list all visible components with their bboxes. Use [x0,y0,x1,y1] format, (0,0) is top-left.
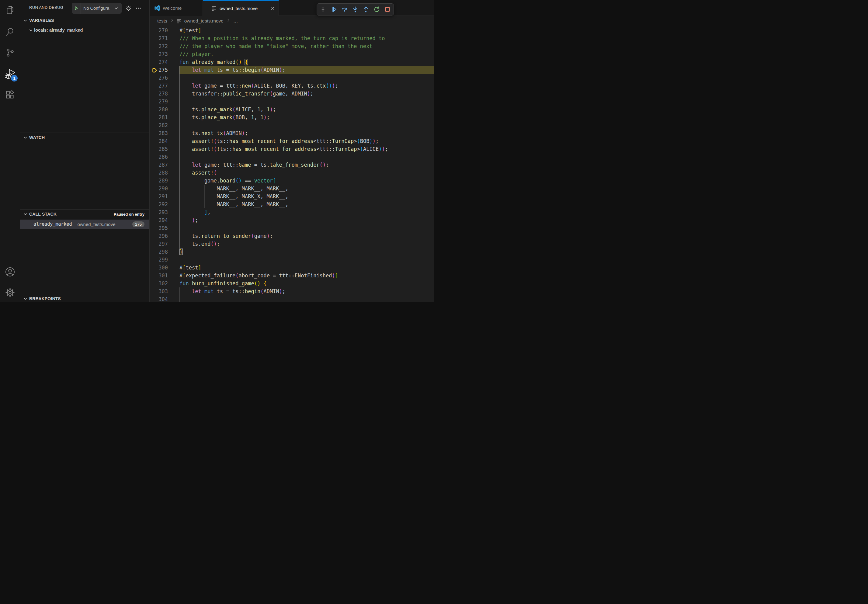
source-control-icon[interactable] [3,45,17,60]
line-number[interactable]: 272 [150,42,168,50]
watch-section-header[interactable]: WATCH [20,133,149,142]
code-line[interactable]: 302fun burn_unfinished_game() { [150,279,434,287]
code-line[interactable]: 297 ts.end(); [150,240,434,248]
code-line[interactable]: 292 MARK__, MARK__, MARK__, [150,200,434,208]
variables-locals-row[interactable]: locals: already_marked [20,26,149,34]
line-number[interactable]: 301 [150,272,168,279]
line-number[interactable]: 296 [150,232,168,240]
line-number[interactable]: 273 [150,50,168,58]
code-line[interactable]: 279 [150,98,434,105]
breakpoints-section-header[interactable]: BREAKPOINTS [20,294,149,302]
line-number[interactable]: 289 [150,177,168,184]
extensions-icon[interactable] [3,88,17,102]
code-line[interactable]: 270#[test] [150,26,434,34]
start-debugging-button[interactable] [72,3,81,14]
line-number[interactable]: 292 [150,200,168,208]
launch-configuration-dropdown[interactable]: No Configura [72,3,122,14]
code-line[interactable]: 298} [150,248,434,256]
settings-gear-icon[interactable] [3,285,17,300]
line-number[interactable]: 304 [150,295,168,302]
code-line[interactable]: 300#[test] [150,264,434,272]
line-number[interactable]: 270 [150,26,168,34]
account-icon[interactable] [3,265,17,279]
code-line[interactable]: 273/// player. [150,50,434,58]
code-line[interactable]: 280 ts.place_mark(ALICE, 1, 1); [150,105,434,113]
restart-button[interactable] [372,5,381,14]
breadcrumb-file[interactable]: owned_tests.move [184,18,223,24]
line-number[interactable]: 287 [150,161,168,169]
more-actions-ellipsis-icon[interactable] [135,4,142,12]
line-number[interactable]: 285 [150,145,168,153]
code-line[interactable]: 303 let mut ts = ts::begin(ADMIN); [150,287,434,295]
line-number[interactable]: 274 [150,58,168,66]
line-number[interactable]: 283 [150,129,168,137]
code-line[interactable]: 290 MARK__, MARK__, MARK__, [150,184,434,192]
code-line[interactable]: 278 transfer::public_transfer(game, ADMI… [150,90,434,98]
close-icon[interactable] [270,6,275,11]
code-line[interactable]: 274fun already_marked() { [150,58,434,66]
step-out-button[interactable] [361,5,370,14]
code-line[interactable]: 281 ts.place_mark(BOB, 1, 1); [150,113,434,121]
code-line[interactable]: 294 ); [150,216,434,224]
search-icon[interactable] [3,25,17,39]
line-number[interactable]: 277 [150,82,168,90]
code-line[interactable]: 271/// When a position is already marked… [150,34,434,42]
line-number[interactable]: 279 [150,98,168,105]
explorer-icon[interactable] [3,3,17,18]
stop-button[interactable] [383,5,392,14]
code-line[interactable]: 272/// the player who made the "false" m… [150,42,434,50]
code-line[interactable]: 295 [150,224,434,232]
code-line[interactable]: 286 [150,153,434,161]
line-number[interactable]: 297 [150,240,168,248]
code-line[interactable]: 287 let game: ttt::Game = ts.take_from_s… [150,161,434,169]
code-line[interactable]: 283 ts.next_tx(ADMIN); [150,129,434,137]
line-number[interactable]: 286 [150,153,168,161]
code-line[interactable]: 276 [150,74,434,82]
line-number[interactable]: 278 [150,90,168,98]
code-line[interactable]: 304 [150,295,434,302]
step-into-button[interactable] [351,5,360,14]
code-line[interactable]: 284 assert!(ts::has_most_recent_for_addr… [150,137,434,145]
code-lines[interactable]: 270#[test]271/// When a position is alre… [150,26,434,302]
line-number[interactable]: 284 [150,137,168,145]
line-number[interactable]: 291 [150,192,168,200]
line-number[interactable]: 290 [150,184,168,192]
code-line[interactable]: 289 game.board() == vector[ [150,177,434,184]
breadcrumb-folder[interactable]: tests [157,18,167,24]
call-stack-frame-row[interactable]: already_marked owned_tests.move 275 [20,220,149,229]
line-number[interactable]: 280 [150,105,168,113]
line-number[interactable]: 281 [150,113,168,121]
code-line[interactable]: 293 ], [150,208,434,216]
line-number[interactable]: 295 [150,224,168,232]
variables-section-header[interactable]: VARIABLES [20,16,149,25]
code-line[interactable]: 299 [150,256,434,264]
line-number[interactable]: 303 [150,287,168,295]
drag-handle-icon[interactable] [318,5,327,14]
line-number[interactable]: 298 [150,248,168,256]
run-and-debug-icon[interactable]: 1 [3,67,17,81]
tab-owned-tests-move[interactable]: owned_tests.move [203,0,279,16]
code-line[interactable]: 291 MARK__, MARK_X, MARK__, [150,192,434,200]
step-over-button[interactable] [340,5,349,14]
line-number[interactable]: 293 [150,208,168,216]
line-number[interactable]: 276 [150,74,168,82]
code-line[interactable]: 301#[expected_failure(abort_code = ttt::… [150,272,434,279]
tab-welcome[interactable]: Welcome [150,0,203,16]
code-line[interactable]: 282 [150,121,434,129]
line-number[interactable]: 288 [150,169,168,177]
code-line[interactable]: 285 assert!(!ts::has_most_recent_for_add… [150,145,434,153]
breadcrumb-symbol[interactable]: … [233,18,238,24]
call-stack-section-header[interactable]: CALL STACK Paused on entry [20,210,149,218]
code-line[interactable]: 275 let mut ts = ts::begin(ADMIN); [150,66,434,74]
code-line[interactable]: 288 assert!( [150,169,434,177]
line-number[interactable]: 294 [150,216,168,224]
continue-button[interactable] [329,5,338,14]
line-number[interactable]: 300 [150,264,168,272]
debug-settings-gear-icon[interactable] [124,4,132,12]
line-number[interactable]: 282 [150,121,168,129]
line-number[interactable]: 271 [150,34,168,42]
code-line[interactable]: 296 ts.return_to_sender(game); [150,232,434,240]
code-line[interactable]: 277 let game = ttt::new(ALICE, BOB, KEY,… [150,82,434,90]
line-number[interactable]: 302 [150,279,168,287]
line-number[interactable]: 299 [150,256,168,264]
